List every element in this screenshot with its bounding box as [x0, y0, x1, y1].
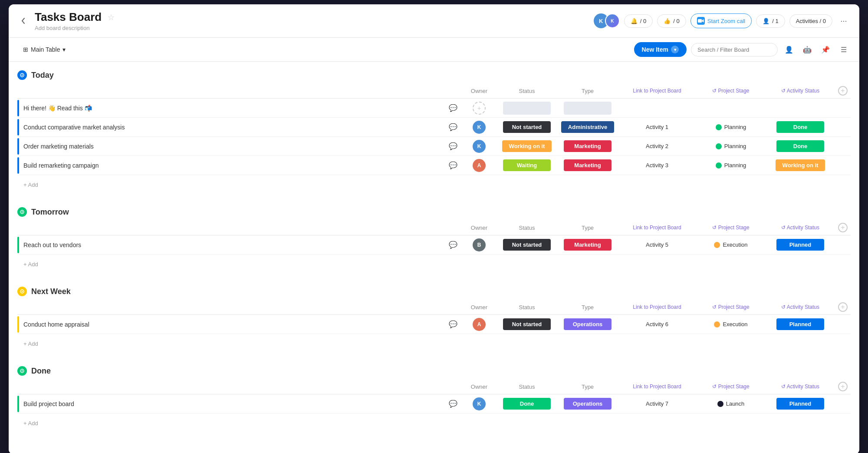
main-table-button[interactable]: ⊞ Main Table ▾	[17, 43, 71, 56]
robot-button[interactable]: 🤖	[800, 43, 814, 56]
activity-status-cell[interactable]: Planned	[766, 239, 835, 251]
activity-status-cell[interactable]: Done	[766, 121, 835, 133]
col-add-plus[interactable]: +	[835, 86, 851, 96]
col-add-plus4[interactable]: +	[835, 382, 851, 391]
star-icon[interactable]: ☆	[108, 13, 115, 22]
status-cell[interactable]	[496, 102, 557, 115]
zoom-call-button[interactable]: Start Zoom call	[690, 13, 752, 28]
add-row-tomorrow[interactable]: + Add	[17, 255, 851, 274]
stage-label: Launch	[726, 400, 745, 407]
add-row-cell[interactable]: + Add	[17, 420, 462, 427]
add-column-button[interactable]: +	[838, 86, 848, 96]
activity-status-cell[interactable]: Planned	[766, 398, 835, 410]
notifications-button[interactable]: 🔔 / 0	[624, 14, 653, 28]
activity-status-badge[interactable]: Working on it	[776, 159, 825, 171]
task-name-cell: Build project board 💬	[17, 396, 462, 412]
col-activity-status: ↺ Activity Status	[766, 384, 835, 390]
pin-button[interactable]: 📌	[819, 43, 832, 56]
status-badge[interactable]: Not started	[503, 121, 551, 133]
add-column-button2[interactable]: +	[838, 223, 848, 232]
type-cell[interactable]: Marketing	[557, 140, 618, 152]
add-row-cell[interactable]: + Add	[17, 341, 462, 347]
today-col-headers: Owner Status Type Link to Project Board …	[17, 83, 851, 99]
type-badge[interactable]	[564, 102, 612, 115]
avatar-multi[interactable]: K	[605, 13, 620, 28]
chat-icon[interactable]: 💬	[449, 104, 457, 112]
type-cell[interactable]: Marketing	[557, 159, 618, 171]
add-row-nextweek[interactable]: + Add	[17, 334, 851, 353]
add-row-done[interactable]: + Add	[17, 413, 851, 433]
status-cell[interactable]: Waiting	[496, 159, 557, 171]
stage-cell: Execution	[696, 241, 766, 248]
task-name-cell: Order marketing materials 💬	[17, 138, 462, 155]
status-cell[interactable]: Not started	[496, 121, 557, 133]
activity-status-badge[interactable]: Planned	[776, 398, 824, 410]
type-badge[interactable]: Marketing	[564, 159, 612, 171]
type-badge[interactable]: Marketing	[564, 140, 612, 152]
people-icon: 👤	[763, 18, 769, 24]
chat-icon[interactable]: 💬	[449, 400, 457, 408]
type-badge[interactable]: Marketing	[564, 239, 612, 251]
zoom-icon	[697, 17, 705, 25]
type-cell[interactable]	[557, 102, 618, 115]
stage-dot	[714, 242, 720, 248]
type-cell[interactable]: Administrative	[557, 121, 618, 133]
chat-icon[interactable]: 💬	[449, 142, 457, 150]
chat-icon[interactable]: 💬	[449, 161, 457, 169]
status-cell[interactable]: Not started	[496, 239, 557, 251]
add-label[interactable]: + Add	[23, 420, 38, 427]
col-add-plus3[interactable]: +	[835, 302, 851, 312]
activities-button[interactable]: Activities / 0	[789, 14, 832, 28]
add-row-cell[interactable]: + Add	[17, 261, 462, 268]
people-button[interactable]: 👤 / 1	[756, 14, 785, 28]
status-cell[interactable]: Not started	[496, 318, 557, 330]
col-stage: ↺ Project Stage	[696, 225, 766, 231]
status-badge[interactable]: Not started	[503, 318, 551, 330]
type-cell[interactable]: Marketing	[557, 239, 618, 251]
chat-icon[interactable]: 💬	[449, 241, 457, 249]
type-badge[interactable]: Operations	[564, 398, 612, 410]
activity-status-badge[interactable]: Done	[776, 140, 824, 152]
activity-status-badge[interactable]: Planned	[776, 239, 824, 251]
task-name-cell: Conduct comparative market analysis 💬	[17, 119, 462, 136]
new-item-button[interactable]: New Item ▾	[634, 42, 687, 57]
activity-status-cell[interactable]: Working on it	[766, 159, 835, 171]
more-button[interactable]: ···	[837, 14, 851, 28]
add-column-button4[interactable]: +	[838, 382, 848, 391]
status-badge[interactable]: Done	[503, 398, 551, 410]
group-done-header: Done	[17, 366, 851, 376]
board-subtitle[interactable]: Add board description	[35, 25, 589, 31]
add-row-cell[interactable]: + Add	[17, 182, 462, 188]
type-cell[interactable]: Operations	[557, 398, 618, 410]
filter-button[interactable]: ☰	[837, 43, 851, 56]
chat-icon[interactable]: 💬	[449, 123, 457, 131]
person-search-button[interactable]: 👤	[782, 43, 796, 56]
status-badge[interactable]: Waiting	[503, 159, 551, 171]
activity-status-badge[interactable]: Done	[776, 121, 824, 133]
add-label[interactable]: + Add	[23, 341, 38, 347]
activity-status-badge[interactable]: Planned	[776, 318, 824, 330]
add-label[interactable]: + Add	[23, 261, 38, 268]
collapse-button[interactable]	[17, 15, 30, 27]
chat-icon[interactable]: 💬	[449, 320, 457, 328]
col-add-plus2[interactable]: +	[835, 223, 851, 232]
type-badge[interactable]: Administrative	[561, 121, 614, 133]
add-label[interactable]: + Add	[23, 182, 38, 188]
group-tomorrow: Tomorrow Owner Status Type Link to Proje…	[17, 207, 851, 274]
add-row-today[interactable]: + Add	[17, 175, 851, 194]
status-badge[interactable]	[503, 102, 551, 115]
type-badge[interactable]: Operations	[564, 318, 612, 330]
status-badge[interactable]: Not started	[503, 239, 551, 251]
status-cell[interactable]: Working on it	[496, 140, 557, 152]
col-owner: Owner	[462, 88, 496, 94]
activity-status-cell[interactable]: Planned	[766, 318, 835, 330]
table-icon: ⊞	[23, 46, 28, 53]
type-cell[interactable]: Operations	[557, 318, 618, 330]
activity-status-cell[interactable]: Done	[766, 140, 835, 152]
avatar-group: K K	[594, 13, 620, 28]
add-column-button3[interactable]: +	[838, 302, 848, 312]
search-input[interactable]	[691, 43, 778, 56]
likes-button[interactable]: 👍 / 0	[657, 14, 686, 28]
status-badge[interactable]: Working on it	[502, 140, 552, 152]
status-cell[interactable]: Done	[496, 398, 557, 410]
